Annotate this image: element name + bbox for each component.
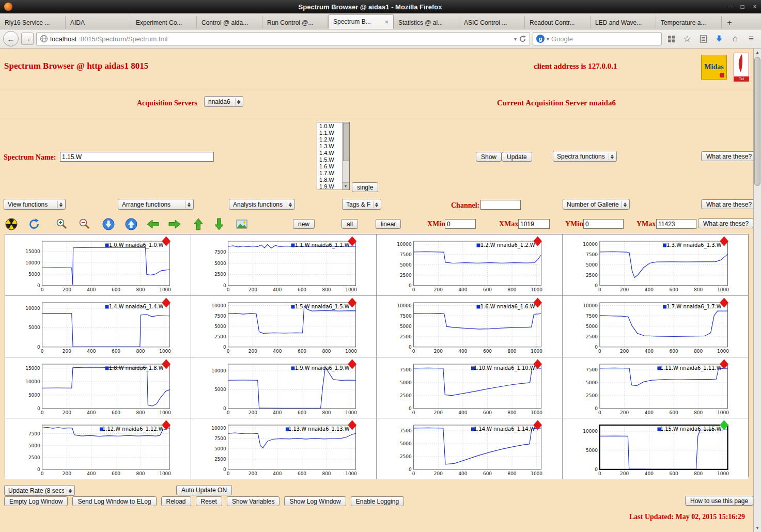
view-functions-select[interactable]: View functions bbox=[4, 199, 66, 210]
home-icon[interactable]: ⌂ bbox=[728, 32, 742, 45]
zoom-out-icon[interactable] bbox=[77, 217, 91, 231]
blue-up-arrow-icon[interactable] bbox=[124, 217, 138, 231]
analysis-functions-select[interactable]: Analysis functions bbox=[229, 199, 295, 210]
url-bar[interactable]: localhost:8015/Spectrum/Spectrum.tml ▾ bbox=[36, 32, 530, 45]
spectrum-panel-1-10-w[interactable]: 0250050007500020040060080010001.10.W nna… bbox=[377, 357, 563, 419]
spectrum-list-item[interactable]: 1.1.W bbox=[318, 130, 342, 136]
auto-update-button[interactable]: Auto Update ON bbox=[176, 485, 232, 495]
tab-rly16-service[interactable]: Rly16 Service ... bbox=[0, 16, 66, 29]
reload-button[interactable]: Reload bbox=[161, 496, 191, 506]
spectrum-panel-1-0-w[interactable]: 050001000015000020040060080010001.0.W nn… bbox=[5, 234, 191, 296]
spectrum-list-item[interactable]: 1.6.W bbox=[318, 163, 342, 170]
green-down-arrow-icon[interactable] bbox=[212, 217, 226, 231]
number-of-galleries-select[interactable]: Number of Galleries bbox=[563, 199, 630, 210]
url-dropdown-icon[interactable]: ▾ bbox=[514, 36, 517, 42]
tags-and-fits-select[interactable]: Tags & Fits bbox=[342, 199, 381, 210]
spectrum-panel-1-3-w[interactable]: 025005000750010000020040060080010001.3.W… bbox=[563, 234, 749, 296]
new-tab-button[interactable]: + bbox=[722, 17, 737, 29]
listbox-scrollbar[interactable]: ▼ bbox=[342, 122, 349, 190]
spectrum-list-item[interactable]: 1.9.W bbox=[318, 183, 342, 189]
tab-close-icon[interactable]: × bbox=[384, 18, 389, 26]
spectrum-list-item[interactable]: 1.8.W bbox=[318, 177, 342, 183]
reset-button[interactable]: Reset bbox=[196, 496, 222, 506]
forward-button[interactable]: → bbox=[21, 33, 34, 45]
radiation-icon[interactable] bbox=[4, 217, 18, 231]
show-button[interactable]: Show bbox=[476, 152, 502, 162]
tab-asic-control[interactable]: ASIC Control ... bbox=[459, 16, 525, 29]
xmin-input[interactable] bbox=[445, 219, 476, 229]
what-are-these-button[interactable]: What are these? bbox=[701, 151, 753, 161]
spectrum-panel-1-7-w[interactable]: 025005000750010000020040060080010001.7.W… bbox=[563, 296, 749, 357]
scroll-down-icon[interactable]: ▼ bbox=[754, 524, 761, 532]
spectrum-list-item[interactable]: 1.7.W bbox=[318, 170, 342, 177]
gallery-image-icon[interactable] bbox=[235, 217, 249, 231]
acquisition-server-select[interactable]: nnaida6 bbox=[204, 96, 243, 107]
ymin-input[interactable] bbox=[583, 219, 624, 229]
close-icon[interactable]: × bbox=[749, 3, 761, 10]
tab-experiment-co[interactable]: Experiment Co... bbox=[131, 16, 197, 29]
tab-temperature-a[interactable]: Temperature a... bbox=[656, 16, 722, 29]
listbox-scroll-down-icon[interactable]: ▼ bbox=[343, 182, 349, 190]
downloads-icon[interactable] bbox=[712, 32, 726, 45]
linear-button[interactable]: linear bbox=[376, 219, 401, 229]
tab-groups-icon[interactable] bbox=[664, 32, 678, 45]
tab-control-aida[interactable]: Control @ aida... bbox=[197, 16, 262, 29]
what-are-these-button[interactable]: What are these? bbox=[698, 218, 753, 228]
tab-aida[interactable]: AIDA bbox=[66, 16, 131, 29]
enable-logging-button[interactable]: Enable Logging bbox=[351, 496, 404, 506]
maximize-icon[interactable]: □ bbox=[736, 3, 749, 10]
channel-input[interactable] bbox=[480, 200, 521, 210]
menu-icon[interactable]: ≡ bbox=[744, 32, 758, 45]
spectrum-name-input[interactable] bbox=[60, 152, 214, 162]
search-engine-dropdown-icon[interactable]: ▾ bbox=[547, 36, 549, 42]
update-button[interactable]: Update bbox=[502, 152, 532, 162]
arrange-functions-select[interactable]: Arrange functions bbox=[118, 199, 194, 210]
spectrum-panel-1-8-w[interactable]: 050001000015000020040060080010001.8.W nn… bbox=[5, 357, 191, 419]
scrollbar-thumb[interactable] bbox=[754, 57, 760, 186]
tab-statistics-ai[interactable]: Statistics @ ai... bbox=[394, 16, 459, 29]
spectrum-list-item[interactable]: 1.0.W bbox=[318, 123, 342, 130]
spectrum-panel-1-4-w[interactable]: 0500010000020040060080010001.4.W nnaida6… bbox=[5, 296, 191, 357]
tcl-powered-logo[interactable]: Tcl bbox=[734, 53, 749, 82]
back-button[interactable]: ← bbox=[3, 31, 19, 46]
spectrum-panel-1-15-w[interactable]: 0500010000020040060080010001.15.W nnaida… bbox=[563, 418, 749, 479]
spectrum-panel-1-2-w[interactable]: 025005000750010000020040060080010001.2.W… bbox=[377, 234, 563, 296]
spectra-functions-select[interactable]: Spectra functions bbox=[553, 151, 617, 162]
single-button[interactable]: single bbox=[352, 182, 378, 192]
send-log-window-to-elog-button[interactable]: Send Log Window to ELog bbox=[72, 496, 156, 506]
show-log-window-button[interactable]: Show Log Window bbox=[284, 496, 346, 506]
green-right-arrow-icon[interactable] bbox=[167, 217, 181, 231]
new-button[interactable]: new bbox=[293, 219, 315, 229]
zoom-in-icon[interactable] bbox=[55, 217, 69, 231]
spectrum-list-item[interactable]: 1.4.W bbox=[318, 150, 342, 157]
all-button[interactable]: all bbox=[341, 219, 358, 229]
spectrum-panel-1-13-w[interactable]: 025005000750010000020040060080010001.13.… bbox=[191, 418, 377, 479]
tab-spectrum-b[interactable]: Spectrum B...× bbox=[328, 14, 394, 29]
reload-icon[interactable] bbox=[519, 35, 526, 43]
tab-run-control[interactable]: Run Control @... bbox=[262, 16, 328, 29]
bookmark-star-icon[interactable]: ☆ bbox=[680, 32, 694, 45]
spectrum-panel-1-14-w[interactable]: 0250050007500020040060080010001.14.W nna… bbox=[377, 418, 563, 479]
green-up-arrow-icon[interactable] bbox=[191, 217, 205, 231]
listbox-scrollbar-thumb[interactable] bbox=[343, 123, 349, 161]
show-variables-button[interactable]: Show Variables bbox=[227, 496, 280, 506]
tab-led-and-wave[interactable]: LED and Wave... bbox=[591, 16, 656, 29]
spectrum-panel-1-5-w[interactable]: 025005000750010000020040060080010001.5.W… bbox=[191, 296, 377, 357]
minimize-icon[interactable]: – bbox=[724, 3, 736, 10]
spectrum-panel-1-9-w[interactable]: 0500010000020040060080010001.9.W nnaida6… bbox=[191, 357, 377, 419]
scroll-up-icon[interactable]: ▲ bbox=[754, 49, 761, 56]
update-rate-select[interactable]: Update Rate (8 secs) bbox=[4, 485, 75, 496]
blue-down-arrow-icon[interactable] bbox=[101, 217, 115, 231]
refresh-icon[interactable] bbox=[27, 217, 41, 231]
spectrum-panel-1-12-w[interactable]: 0250050007500020040060080010001.12.W nna… bbox=[5, 418, 191, 479]
google-search-icon[interactable]: g bbox=[536, 35, 545, 43]
what-are-these-button[interactable]: What are these? bbox=[701, 199, 753, 209]
bookmarks-menu-icon[interactable] bbox=[696, 32, 710, 45]
search-bar[interactable]: g ▾ Google bbox=[533, 32, 662, 45]
midas-logo[interactable]: Midas bbox=[701, 55, 727, 80]
how-to-use-this-page-button[interactable]: How to use this page bbox=[685, 496, 753, 506]
spectrum-panel-1-6-w[interactable]: 025005000750010000020040060080010001.6.W… bbox=[377, 296, 563, 357]
spectrum-list-item[interactable]: 1.2.W bbox=[318, 136, 342, 143]
ymax-input[interactable] bbox=[656, 219, 696, 229]
spectrum-panel-1-1-w[interactable]: 0250050007500020040060080010001.1.W nnai… bbox=[191, 234, 377, 296]
